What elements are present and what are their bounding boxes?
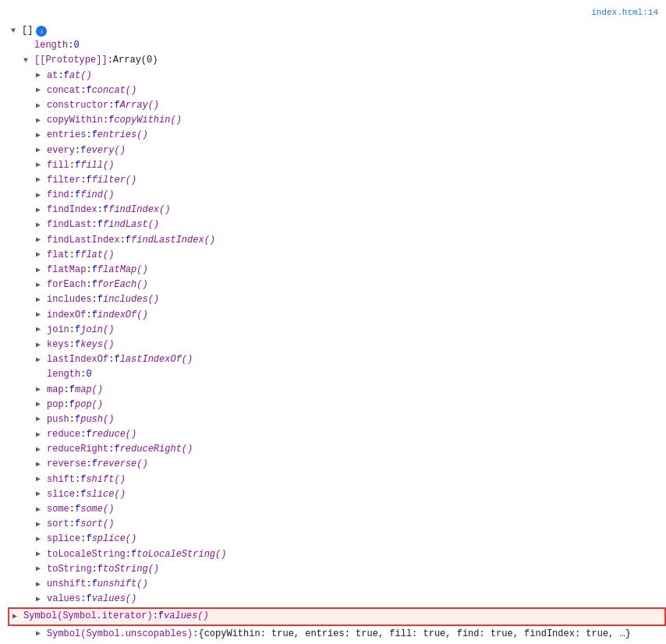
method-pop[interactable]: pop: f pop() (8, 398, 666, 412)
method-values[interactable]: values: f values() (8, 592, 666, 607)
file-link[interactable]: index.html:14 (591, 8, 658, 17)
method-reverse[interactable]: reverse: f reverse() (8, 457, 666, 472)
tree-content: [] i length : 0 [[Prototype]] : Array(0)… (0, 20, 666, 644)
method-toLocaleString[interactable]: toLocaleString: f toLocaleString() (8, 547, 666, 562)
length-property: length : 0 (8, 38, 666, 53)
info-icon[interactable]: i (36, 26, 47, 37)
method-constructor[interactable]: constructor: f Array() (8, 98, 666, 113)
method-entries[interactable]: entries: f entries() (8, 128, 666, 143)
method-push[interactable]: push: f push() (8, 412, 666, 427)
method-indexOf[interactable]: indexOf: f indexOf() (8, 308, 666, 323)
method-splice[interactable]: splice: f splice() (8, 532, 666, 547)
symbol-iterator-key: Symbol(Symbol.iterator) (23, 609, 153, 624)
method-reduceRight[interactable]: reduceRight: f reduceRight() (8, 442, 666, 457)
prototype-array[interactable]: [[Prototype]] : Array(0) (8, 53, 666, 68)
top-bar: index.html:14 (0, 6, 666, 20)
prototype-value: Array(0) (113, 53, 158, 68)
method-fill[interactable]: fill: f fill() (8, 158, 666, 173)
method-at[interactable]: at: f at() (8, 69, 666, 83)
proto-length: length : 0 (8, 367, 666, 382)
method-slice[interactable]: slice: f slice() (8, 487, 666, 502)
method-toString[interactable]: toString: f toString() (8, 562, 666, 577)
method-join[interactable]: join: f join() (8, 323, 666, 338)
method-map[interactable]: map: f map() (8, 383, 666, 398)
method-every[interactable]: every: f every() (8, 143, 666, 158)
method-forEach[interactable]: forEach: f forEach() (8, 278, 666, 292)
method-concat[interactable]: concat: f concat() (8, 83, 666, 98)
prop-value: 0 (73, 38, 79, 53)
method-reduce[interactable]: reduce: f reduce() (8, 427, 666, 442)
root-node[interactable]: [] i (8, 23, 666, 38)
method-lastIndexOf[interactable]: lastIndexOf: f lastIndexOf() (8, 352, 666, 367)
method-sort[interactable]: sort: f sort() (8, 517, 666, 532)
console-panel: index.html:14 [] i length : 0 [[Prototyp… (0, 0, 666, 644)
symbol-iterator-row[interactable]: Symbol(Symbol.iterator) : f values() (8, 607, 666, 625)
method-keys[interactable]: keys: f keys() (8, 338, 666, 352)
root-toggle[interactable] (11, 25, 20, 37)
method-some[interactable]: some: f some() (8, 502, 666, 517)
method-unshift[interactable]: unshift: f unshift() (8, 577, 666, 592)
method-includes[interactable]: includes: f includes() (8, 292, 666, 307)
prop-key: length (34, 38, 68, 53)
method-findLast[interactable]: findLast: f findLast() (8, 218, 666, 232)
method-find[interactable]: find: f find() (8, 188, 666, 203)
method-filter[interactable]: filter: f filter() (8, 173, 666, 188)
prototype-toggle[interactable] (23, 55, 33, 67)
method-flat[interactable]: flat: f flat() (8, 248, 666, 263)
method-findLastIndex[interactable]: findLastIndex: f findLastIndex() (8, 233, 666, 248)
method-findIndex[interactable]: findIndex: f findIndex() (8, 203, 666, 218)
root-label: [] (22, 23, 33, 38)
method-copyWithin[interactable]: copyWithin: f copyWithin() (8, 113, 666, 128)
symbol-unscopables[interactable]: Symbol(Symbol.unscopables) : {copyWithin… (8, 627, 666, 642)
method-flatMap[interactable]: flatMap: f flatMap() (8, 263, 666, 278)
method-shift[interactable]: shift: f shift() (8, 472, 666, 487)
prototype-key: [[Prototype]] (34, 53, 108, 68)
